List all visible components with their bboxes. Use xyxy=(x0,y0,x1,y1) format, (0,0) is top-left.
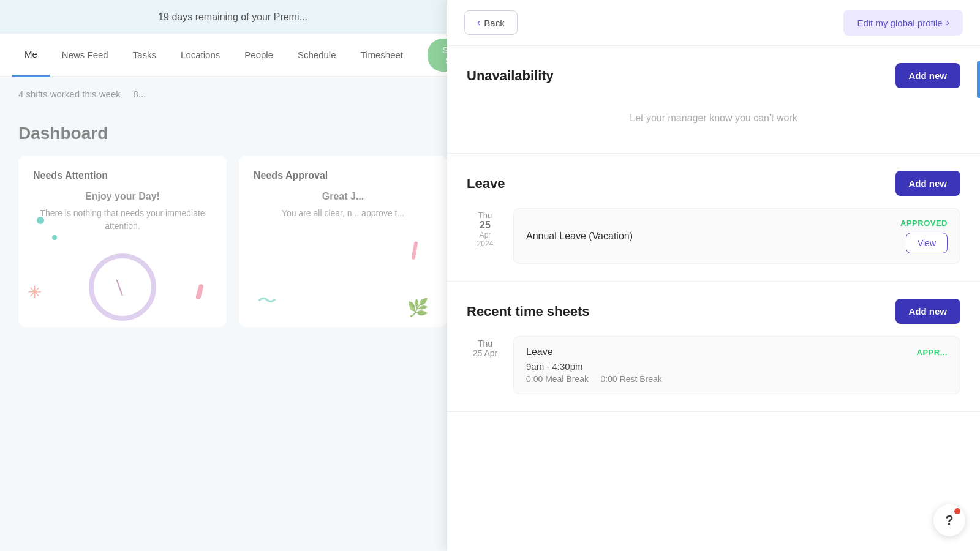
needs-approval-card: Needs Approval Great J... You are all cl… xyxy=(239,156,447,327)
leave-section: Leave Add new Thu 25 Apr 2024 Annual Lea… xyxy=(447,154,980,282)
timesheet-entry-0: Thu 25 Apr Leave APPR... 9am - 4:30pm 0:… xyxy=(467,336,960,394)
unavailability-section: Unavailability Add new Let your manager … xyxy=(447,46,980,154)
leave-date-0: Thu 25 Apr 2024 xyxy=(467,208,503,264)
chevron-left-icon: ‹ xyxy=(477,17,480,28)
ts-day-num: 25 Apr xyxy=(467,348,503,358)
stats-bar: 4 shifts worked this week 8... xyxy=(0,77,466,111)
leave-title: Leave xyxy=(467,176,505,192)
leave-day-num: 25 xyxy=(467,220,503,231)
dashboard-title: Dashboard xyxy=(18,124,447,143)
right-panel: ‹ Back Edit my global profile › Unavaila… xyxy=(447,0,980,551)
pink-rect-decoration xyxy=(411,241,418,260)
timesheets-title: Recent time sheets xyxy=(467,304,590,320)
nav-item-schedule[interactable]: Schedule xyxy=(285,34,349,77)
nav-item-people[interactable]: People xyxy=(232,34,285,77)
timesheets-header: Recent time sheets Add new xyxy=(467,299,960,324)
panel-header: ‹ Back Edit my global profile › xyxy=(447,0,980,46)
clock-hand xyxy=(116,279,123,296)
blue-accent-bar xyxy=(977,61,980,98)
help-notification-dot xyxy=(954,508,960,514)
confetti-left: ✳ xyxy=(18,229,227,327)
unavailability-empty-text: Let your manager know you can't work xyxy=(467,100,960,136)
timesheets-add-new-button[interactable]: Add new xyxy=(895,299,961,324)
leave-type: Annual Leave (Vacation) xyxy=(526,231,633,242)
leave-day-name: Thu xyxy=(467,211,503,220)
unavailability-add-new-button[interactable]: Add new xyxy=(895,63,961,88)
great-job-body: You are all clear, n... approve t... xyxy=(254,207,432,220)
dashboard-content: Dashboard Needs Attention Enjoy your Day… xyxy=(0,111,466,339)
timesheet-card-0: Leave APPR... 9am - 4:30pm 0:00 Meal Bre… xyxy=(513,336,960,394)
leave-entry-0: Thu 25 Apr 2024 Annual Leave (Vacation) … xyxy=(467,208,960,264)
swirl-decoration: 〜 xyxy=(257,288,277,315)
edit-profile-button[interactable]: Edit my global profile › xyxy=(843,10,963,36)
hand-decoration: 🌿 xyxy=(407,298,429,318)
teal-dot-1 xyxy=(37,217,44,224)
leave-card-0: Annual Leave (Vacation) APPROVED View xyxy=(513,208,960,264)
great-job-title: Great J... xyxy=(254,191,432,202)
teal-dot-2 xyxy=(52,235,57,240)
leave-status-approved: APPROVED xyxy=(900,219,948,228)
needs-attention-title: Needs Attention xyxy=(33,170,212,181)
unavailability-title: Unavailability xyxy=(467,68,554,84)
confetti-right: 〜 🌿 xyxy=(239,229,447,327)
arrow-right-icon: › xyxy=(946,17,949,28)
nav-item-locations[interactable]: Locations xyxy=(168,34,232,77)
nav-item-timesheet[interactable]: Timesheet xyxy=(349,34,415,77)
nav-bar: Me News Feed Tasks Locations People Sche… xyxy=(0,34,466,77)
leave-header: Leave Add new xyxy=(467,171,960,196)
clock-decoration xyxy=(89,253,156,321)
ts-status: APPR... xyxy=(917,348,948,357)
question-mark-icon: ? xyxy=(945,512,953,528)
recent-timesheets-section: Recent time sheets Add new Thu 25 Apr Le… xyxy=(447,282,980,412)
needs-approval-title: Needs Approval xyxy=(254,170,432,181)
nav-item-tasks[interactable]: Tasks xyxy=(121,34,168,77)
enjoy-day-body: There is nothing that needs your immedia… xyxy=(33,207,212,233)
ts-day-name: Thu xyxy=(467,339,503,348)
leave-add-new-button[interactable]: Add new xyxy=(895,171,961,196)
nav-item-me[interactable]: Me xyxy=(12,34,50,77)
enjoy-day-title: Enjoy your Day! xyxy=(33,191,212,202)
timesheet-card-header: Leave APPR... xyxy=(526,347,948,358)
leave-month: Apr xyxy=(467,231,503,239)
back-button[interactable]: ‹ Back xyxy=(464,10,518,35)
nav-item-newsfeed[interactable]: News Feed xyxy=(50,34,121,77)
ts-breaks: 0:00 Meal Break 0:00 Rest Break xyxy=(526,374,948,384)
banner-text: 19 days remaining of your Premi... xyxy=(158,12,307,23)
help-button[interactable]: ? xyxy=(933,504,965,536)
dashboard-sections: Needs Attention Enjoy your Day! There is… xyxy=(18,156,447,327)
needs-attention-card: Needs Attention Enjoy your Day! There is… xyxy=(18,156,227,327)
unavailability-header: Unavailability Add new xyxy=(467,63,960,88)
leave-year: 2024 xyxy=(467,239,503,248)
leave-card-actions: APPROVED View xyxy=(900,219,948,253)
ts-time-range: 9am - 4:30pm xyxy=(526,361,948,372)
dashboard-panel: 19 days remaining of your Premi... Me Ne… xyxy=(0,0,466,551)
ts-type: Leave xyxy=(526,347,553,358)
leave-view-button[interactable]: View xyxy=(906,233,948,253)
timesheet-date-0: Thu 25 Apr xyxy=(467,336,503,394)
top-banner: 19 days remaining of your Premi... xyxy=(0,0,466,34)
pink-bar-decoration xyxy=(195,283,204,299)
asterisk-decoration: ✳ xyxy=(28,282,42,302)
